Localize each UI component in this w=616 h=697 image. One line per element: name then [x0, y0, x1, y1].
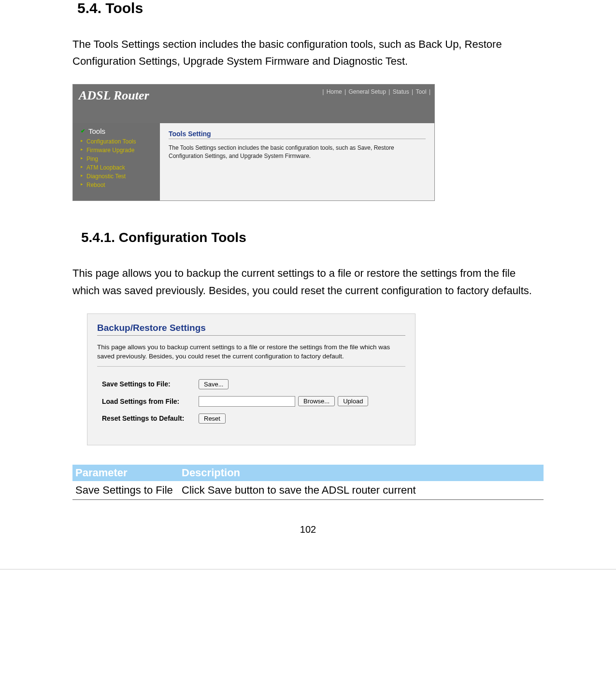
backup-divider	[97, 366, 405, 367]
upload-button[interactable]: Upload	[338, 396, 368, 406]
row-load-settings: Load Settings from File: Browse... Uploa…	[97, 396, 405, 407]
footer-line	[0, 569, 616, 569]
nav-status[interactable]: Status	[392, 88, 410, 95]
th-description: Description	[179, 465, 544, 481]
backup-restore-screenshot: Backup/Restore Settings This page allows…	[87, 313, 415, 445]
label-save-settings: Save Settings to File:	[97, 380, 199, 388]
router-screenshot: ADSL Router | Home | General Setup | Sta…	[72, 84, 435, 201]
sidebar-item-ping[interactable]: Ping	[86, 155, 160, 163]
subsection-heading: 5.4.1. Configuration Tools	[81, 230, 544, 245]
router-topnav: | Home | General Setup | Status | Tool |	[322, 88, 430, 95]
save-button[interactable]: Save...	[199, 379, 229, 389]
sidebar-item-reboot[interactable]: Reboot	[86, 181, 160, 189]
th-parameter: Parameter	[72, 465, 179, 481]
sidebar-item-firmware-upgrade[interactable]: Firmware Upgrade	[86, 146, 160, 155]
router-header: ADSL Router | Home | General Setup | Sta…	[73, 85, 434, 123]
nav-tool[interactable]: Tool	[415, 88, 428, 95]
td-param: Save Settings to File	[72, 481, 179, 500]
sidebar-item-configuration-tools[interactable]: Configuration Tools	[86, 137, 160, 146]
backup-text: This page allows you to backup current s…	[97, 342, 405, 361]
pane-underline	[169, 139, 426, 139]
sidebar-section-tools[interactable]: ✔ Tools	[73, 127, 160, 135]
nav-home[interactable]: Home	[326, 88, 343, 95]
backup-title: Backup/Restore Settings	[97, 323, 405, 333]
td-desc: Click Save button to save the ADSL route…	[179, 481, 544, 500]
router-sidebar: ✔ Tools Configuration Tools Firmware Upg…	[73, 123, 160, 200]
file-path-input[interactable]	[199, 396, 295, 407]
router-brand: ADSL Router	[79, 88, 149, 103]
sidebar-top-label: Tools	[88, 127, 105, 135]
browse-button[interactable]: Browse...	[298, 396, 335, 406]
label-load-settings: Load Settings from File:	[97, 398, 199, 405]
page-number: 102	[72, 524, 544, 535]
router-main-pane: Tools Setting The Tools Settings section…	[160, 123, 434, 200]
section-heading: 5.4. Tools	[77, 0, 544, 16]
check-icon: ✔	[80, 128, 86, 134]
row-reset-settings: Reset Settings to Default: Reset	[97, 413, 405, 424]
sidebar-item-atm-loopback[interactable]: ATM Loopback	[86, 163, 160, 172]
section-intro: The Tools Settings section includes the …	[72, 36, 544, 70]
subsection-intro: This page allows you to backup the curre…	[72, 265, 544, 299]
parameter-table: Parameter Description Save Settings to F…	[72, 465, 544, 500]
row-save-settings: Save Settings to File: Save...	[97, 379, 405, 389]
nav-general-setup[interactable]: General Setup	[348, 88, 387, 95]
reset-button[interactable]: Reset	[199, 413, 226, 424]
sidebar-item-diagnostic-test[interactable]: Diagnostic Test	[86, 172, 160, 181]
pane-title: Tools Setting	[169, 130, 426, 138]
backup-underline	[97, 335, 405, 336]
table-row: Save Settings to File Click Save button …	[72, 481, 544, 500]
label-reset-settings: Reset Settings to Default:	[97, 414, 199, 422]
pane-text: The Tools Settings section includes the …	[169, 144, 426, 160]
